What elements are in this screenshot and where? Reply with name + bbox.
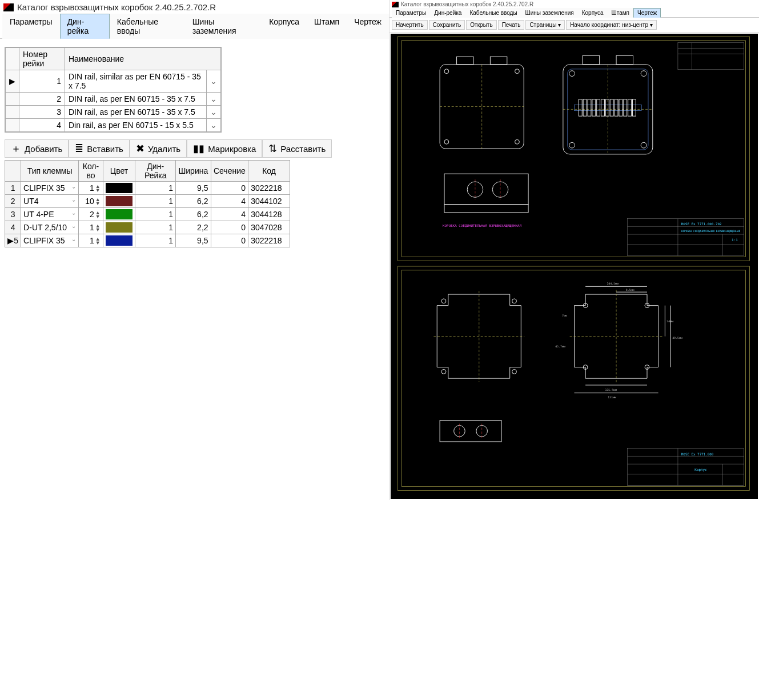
clamp-rail[interactable]: 1 [135,221,176,234]
clamp-qty[interactable]: 1▲▼ [79,182,103,195]
delete-button[interactable]: ✖Удалить [130,139,187,158]
dropdown-icon[interactable]: ⌄ [71,236,76,242]
tab-enclosures[interactable]: Корпуса [262,14,307,39]
insert-button[interactable]: ≣Вставить [69,139,130,158]
spinner-icon[interactable]: ▲▼ [95,185,101,193]
spinner-icon[interactable]: ▲▼ [95,237,101,245]
clamp-type[interactable]: UT 4-PE⌄ [21,208,79,221]
clamp-rail[interactable]: 1 [135,182,176,195]
clamp-row[interactable]: 2 UT4⌄ 10▲▼ 1 6,2 4 3044102 [5,195,290,208]
drawing-viewport[interactable]: КОРОБКА СОЕДИНИТЕЛЬНАЯ ВЗРЫВОЗАЩИЩЕННАЯ [391,34,758,499]
clamp-type[interactable]: CLIPFIX 35⌄ [21,234,79,247]
clamp-color[interactable] [103,234,135,247]
clamp-code[interactable]: 3047028 [248,221,290,234]
clamp-grid[interactable]: Тип клеммы Кол-во Цвет Дин-Рейка Ширина … [5,160,384,247]
clamp-color[interactable] [103,221,135,234]
clamp-width[interactable]: 6,2 [176,195,211,208]
tab-drawing[interactable]: Чертеж [633,8,661,18]
print-button[interactable]: Печать [498,20,525,30]
clamp-row[interactable]: 4 D-UT 2,5/10⌄ 1▲▼ 1 2,2 0 3047028 [5,221,290,234]
draw-button[interactable]: Начертить [392,20,428,30]
tab-cable-entries[interactable]: Кабельные вводы [465,8,521,18]
clamp-section[interactable]: 0 [211,182,248,195]
clamp-section[interactable]: 4 [211,208,248,221]
dropdown-icon[interactable]: ⌄ [71,210,76,216]
clamp-section[interactable]: 4 [211,195,248,208]
clamp-row[interactable]: ▶5 CLIPFIX 35⌄ 1▲▼ 1 9,5 0 3022218 [5,234,290,247]
clamp-qty[interactable]: 1▲▼ [79,234,103,247]
dropdown-icon[interactable]: ⌄ [71,223,76,229]
clamp-type[interactable]: D-UT 2,5/10⌄ [21,221,79,234]
row-index: 2 [5,195,21,208]
tab-parameters[interactable]: Параметры [392,8,430,18]
clamp-rail[interactable]: 1 [135,195,176,208]
rail-num[interactable]: 3 [19,106,65,119]
clamp-section[interactable]: 0 [211,234,248,247]
dropdown-icon[interactable]: ⌄ [207,93,221,106]
tab-earth-bus[interactable]: Шины заземления [521,8,578,18]
dropdown-icon[interactable]: ⌄ [207,70,221,93]
clamp-width[interactable]: 6,2 [176,208,211,221]
spinner-icon[interactable]: ▲▼ [95,198,101,206]
rail-name[interactable]: DIN rail, as per EN 60715 - 35 x 7.5 [65,93,207,106]
clamp-code[interactable]: 3044102 [248,195,290,208]
clamp-qty[interactable]: 10▲▼ [79,195,103,208]
rail-num[interactable]: 1 [19,70,65,93]
clamp-width[interactable]: 9,5 [176,234,211,247]
rail-row[interactable]: 2 DIN rail, as per EN 60715 - 35 x 7.5 ⌄ [6,93,221,106]
clamp-color[interactable] [103,182,135,195]
tab-stamp[interactable]: Штамп [608,8,633,18]
tab-drawing[interactable]: Чертеж [347,14,389,39]
clamp-qty[interactable]: 1▲▼ [79,221,103,234]
clamp-section[interactable]: 0 [211,221,248,234]
tab-stamp[interactable]: Штамп [307,14,347,39]
arrange-button[interactable]: ⇅Расставить [262,139,332,158]
app-logo-icon [3,3,14,11]
clamp-row[interactable]: 1 CLIPFIX 35⌄ 1▲▼ 1 9,5 0 3022218 [5,182,290,195]
save-button[interactable]: Сохранить [429,20,465,30]
clamp-code[interactable]: 3044128 [248,208,290,221]
clamp-qty[interactable]: 2▲▼ [79,208,103,221]
clamp-width[interactable]: 9,5 [176,182,211,195]
rail-num[interactable]: 4 [19,119,65,132]
clamp-rail[interactable]: 1 [135,208,176,221]
pages-dropdown[interactable]: Страницы ▾ [525,20,565,30]
clamp-head-code: Код [248,161,290,182]
marking-button[interactable]: ▮▮Марикровка [187,139,262,158]
tab-parameters[interactable]: Параметры [2,14,60,39]
clamp-rail[interactable]: 1 [135,234,176,247]
tab-din-rail[interactable]: Дин-рейка [60,14,110,39]
right-window: Каталог взрывозащитных коробок 2.40.25.2… [389,0,759,500]
svg-rect-15 [583,55,599,65]
tab-din-rail[interactable]: Дин-рейка [430,8,465,18]
clamp-type[interactable]: CLIPFIX 35⌄ [21,182,79,195]
rail-name[interactable]: Din rail, as per EN 60715 - 15 x 5.5 [65,119,207,132]
spinner-icon[interactable]: ▲▼ [95,211,101,219]
open-button[interactable]: Открыть [466,20,496,30]
rail-grid[interactable]: Номер рейки Наименование ▶ 1 DIN rail, s… [5,47,222,133]
spinner-icon[interactable]: ▲▼ [95,224,101,232]
rail-row[interactable]: ▶ 1 DIN rail, similar as per EN 60715 - … [6,70,221,93]
clamp-width[interactable]: 2,2 [176,221,211,234]
rail-name[interactable]: DIN rail, as per EN 60715 - 35 x 7.5 [65,106,207,119]
clamp-color[interactable] [103,195,135,208]
clamp-color[interactable] [103,208,135,221]
app-logo-icon [392,2,399,7]
rail-name[interactable]: DIN rail, similar as per EN 60715 - 35 x… [65,70,207,93]
tab-earth-bus[interactable]: Шины заземления [185,14,262,39]
clamp-row[interactable]: 3 UT 4-PE⌄ 2▲▼ 1 6,2 4 3044128 [5,208,290,221]
dropdown-icon[interactable]: ⌄ [207,119,221,132]
dropdown-icon[interactable]: ⌄ [207,106,221,119]
clamp-code[interactable]: 3022218 [248,234,290,247]
clamp-code[interactable]: 3022218 [248,182,290,195]
tab-cable-entries[interactable]: Кабельные вводы [110,14,185,39]
origin-dropdown[interactable]: Начало координат: низ-центр ▾ [566,20,657,30]
rail-row[interactable]: 3 DIN rail, as per EN 60715 - 35 x 7.5 ⌄ [6,106,221,119]
rail-row[interactable]: 4 Din rail, as per EN 60715 - 15 x 5.5 ⌄ [6,119,221,132]
add-button[interactable]: ＋Добавить [5,139,69,158]
dropdown-icon[interactable]: ⌄ [71,197,76,203]
dropdown-icon[interactable]: ⌄ [71,183,76,190]
clamp-type[interactable]: UT4⌄ [21,195,79,208]
rail-num[interactable]: 2 [19,93,65,106]
tab-enclosures[interactable]: Корпуса [578,8,608,18]
